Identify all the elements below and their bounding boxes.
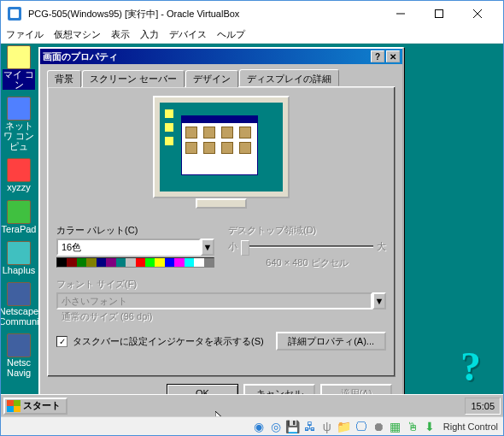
dialog-help-button[interactable]: ? [371,50,384,62]
monitor-preview [144,96,298,215]
hdd-icon[interactable]: ◉ [252,420,266,433]
slider-large-label: 大 [377,240,386,253]
menu-input[interactable]: 入力 [140,28,159,41]
font-size-label: フォント サイズ(F) [56,278,386,291]
menu-help[interactable]: ヘルプ [217,28,245,41]
start-button[interactable]: スタート [3,398,67,415]
color-palette-value[interactable] [56,239,201,256]
menubar: ファイル 仮想マシン 表示 入力 デバイス ヘルプ [1,27,503,44]
tab-screensaver[interactable]: スクリーン セーバー [82,70,185,87]
palette-swatches [56,257,214,268]
color-palette-group: カラー パレット(C) ▼ [56,224,214,269]
usb-icon[interactable]: ψ [320,420,334,433]
question-mark-icon: ? [460,343,481,390]
icon-mycomputer[interactable]: マイ コン [3,45,35,90]
slider-small-label: 小 [228,240,237,253]
show-indicator-checkbox[interactable]: ✓ [56,336,67,347]
recording-icon[interactable]: ⏺ [372,420,385,433]
dialog-title: 画面のプロパティ [43,50,369,63]
virtualbox-window: PCG-505(Windows95) [実行中] - Oracle Virtua… [0,0,504,436]
tab-strip: 背景 スクリーン セーバー デザイン ディスプレイの詳細 [47,69,396,86]
resolution-slider[interactable] [241,239,373,256]
color-palette-combo[interactable]: ▼ [56,239,214,256]
desktop-area-group: デスクトップ領域(D) 小 大 640 × 480 ピクセル [228,224,386,269]
maximize-button[interactable] [419,2,458,26]
tab-design[interactable]: デザイン [185,70,238,87]
desktop-area-label: デスクトップ領域(D) [228,224,386,237]
chevron-down-icon: ▼ [372,292,386,309]
display-properties-dialog: 画面のプロパティ ? ✕ 背景 スクリーン セーバー デザイン ディスプレイの詳… [38,47,404,411]
font-size-combo: ▼ [56,292,386,309]
display-icon[interactable]: 🖵 [355,420,368,433]
show-indicator-label: タスクバーに設定インジケータを表示する(S) [73,335,264,348]
window-title: PCG-505(Windows95) [実行中] - Oracle Virtua… [28,8,381,21]
win95-taskbar: スタート 15:05 [1,394,503,416]
dialog-titlebar[interactable]: 画面のプロパティ ? ✕ [40,49,402,64]
win10-titlebar[interactable]: PCG-505(Windows95) [実行中] - Oracle Virtua… [1,1,503,27]
advanced-properties-button[interactable]: 詳細プロパティ(A)... [276,332,386,351]
tab-pane-display: カラー パレット(C) ▼ デスクトップ領域(D) 小 [47,86,396,377]
floppy-icon[interactable]: 💾 [286,420,300,433]
close-button[interactable] [458,2,496,26]
icon-network[interactable]: ネットワ コンピュ [3,97,35,151]
chevron-down-icon[interactable]: ▼ [201,239,214,256]
tab-display[interactable]: ディスプレイの詳細 [239,69,339,86]
icon-lhaplus[interactable]: Lhaplus [3,241,35,275]
resolution-text: 640 × 480 ピクセル [228,256,386,269]
cpu-icon[interactable]: ▦ [389,420,402,433]
hostkey-arrow-icon: ⬇ [423,420,437,433]
menu-file[interactable]: ファイル [6,28,44,41]
menu-view[interactable]: 表示 [111,28,130,41]
icon-netscape-nav[interactable]: Netsc Navig [3,333,35,378]
font-size-value [56,292,372,309]
tab-background[interactable]: 背景 [47,70,81,87]
icon-netscape-comm[interactable]: Netscape Communi [3,282,35,327]
svg-rect-1 [435,10,442,18]
optical-icon[interactable]: ◎ [269,420,283,433]
menu-machine[interactable]: 仮想マシン [54,28,101,41]
minimize-button[interactable] [381,2,419,26]
font-size-sub: 通常のサイズ (96 dpi) [62,310,386,323]
vbox-statusbar: ◉ ◎ 💾 🖧 ψ 📁 🖵 ⏺ ▦ 🖱 ⬇ Right Control [1,416,503,435]
icon-terapad[interactable]: TeraPad [3,200,35,234]
icon-xyzzy[interactable]: xyzzy [3,158,35,192]
windows-flag-icon [7,400,21,412]
shared-folder-icon[interactable]: 📁 [337,420,351,433]
network-icon[interactable]: 🖧 [303,420,317,433]
color-palette-label: カラー パレット(C) [56,224,214,237]
mouse-icon[interactable]: 🖱 [406,420,419,433]
system-tray[interactable]: 15:05 [465,398,501,415]
guest-desktop[interactable]: マイ コン ネットワ コンピュ xyzzy TeraPad Lhaplus Ne… [1,44,503,416]
vbox-icon [8,7,21,21]
tray-clock: 15:05 [471,401,495,411]
start-label: スタート [23,399,61,412]
host-key-label[interactable]: Right Control [443,421,498,432]
desktop-icons: マイ コン ネットワ コンピュ xyzzy TeraPad Lhaplus Ne… [3,45,35,378]
menu-devices[interactable]: デバイス [169,28,207,41]
dialog-close-button[interactable]: ✕ [386,50,400,62]
